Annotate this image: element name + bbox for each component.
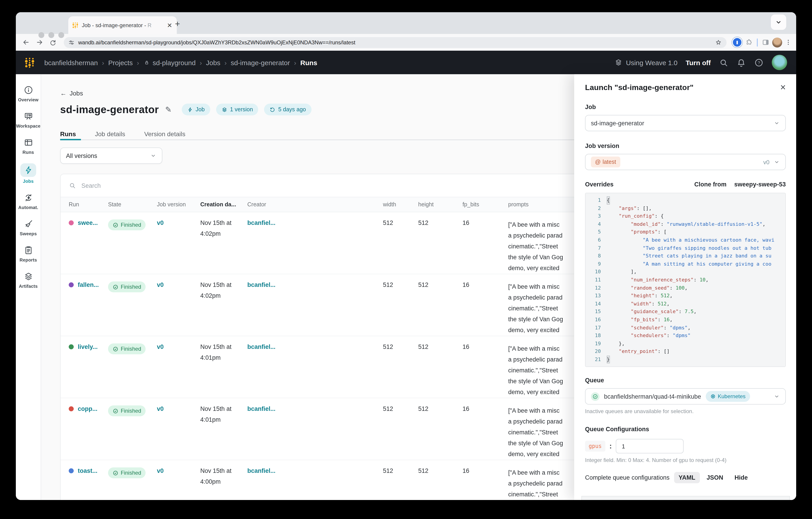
close-icon[interactable]: ×: [780, 82, 786, 92]
column-header-width[interactable]: width: [383, 197, 418, 212]
job-version-link[interactable]: v0: [157, 281, 164, 288]
job-version-cell: v0: [157, 336, 200, 398]
width-cell: 512: [383, 336, 418, 398]
breadcrumb-item-runs[interactable]: Runs: [300, 59, 317, 66]
run-link[interactable]: swee...: [69, 219, 108, 226]
launch-drawer: Launch "sd-image-generator" × Job sd-ima…: [574, 74, 796, 500]
column-header-height[interactable]: height: [418, 197, 463, 212]
close-tab-icon[interactable]: ✕: [166, 22, 173, 28]
fp-bits-cell: 16: [463, 274, 508, 336]
browser-profile-avatar[interactable]: [772, 37, 782, 47]
line-number: 19: [585, 339, 607, 348]
job-version-link[interactable]: v0: [157, 467, 164, 474]
chevron-down-icon: [774, 393, 780, 400]
column-header-run[interactable]: Run: [61, 197, 108, 212]
browser-window: Job - sd-image-generator - R ✕ + wandb.a…: [16, 12, 796, 500]
url-bar[interactable]: wandb.ai/bcanfieldsherman/sd-playground/…: [64, 37, 727, 48]
run-link[interactable]: fallen...: [69, 281, 108, 288]
job-badge-5-days-ago: 5 days ago: [264, 104, 311, 115]
column-header-state[interactable]: State: [108, 197, 157, 212]
column-header-jobversion[interactable]: Job version: [157, 197, 200, 212]
breadcrumb-item-sd-playground[interactable]: sd-playground: [143, 59, 196, 66]
sidebar-item-automat[interactable]: Automat.: [16, 188, 41, 215]
user-avatar[interactable]: [772, 55, 787, 70]
reports-icon: [23, 245, 34, 256]
column-header-creationda[interactable]: Creation da...: [200, 197, 247, 212]
creator-link[interactable]: bcanfiel...: [247, 405, 276, 412]
close-window-button[interactable]: [38, 32, 44, 38]
tab-version-details[interactable]: Version details: [144, 130, 185, 138]
line-number: 4: [585, 220, 607, 228]
fp-bits-cell: 16: [463, 212, 508, 274]
clone-from-run-link[interactable]: sweepy-sweep-53: [734, 181, 786, 188]
zoom-window-button[interactable]: [58, 32, 64, 38]
code-line: 7 "Two giraffes sipping noodles out a ho…: [585, 244, 785, 252]
run-link[interactable]: copp...: [69, 405, 108, 412]
window-controls[interactable]: [38, 32, 64, 38]
line-number: 15: [585, 308, 607, 316]
extensions-puzzle-icon[interactable]: [745, 38, 753, 46]
creator-link[interactable]: bcanfiel...: [247, 467, 276, 474]
status-badge: Finished: [108, 219, 146, 230]
creator-link[interactable]: bcanfiel...: [247, 219, 276, 226]
help-icon[interactable]: ?: [754, 58, 764, 67]
refresh-icon[interactable]: [48, 37, 58, 48]
search-icon[interactable]: [719, 58, 728, 67]
breadcrumb-item-sd-image-generator[interactable]: sd-image-generator: [231, 59, 290, 66]
sidebar-item-runs[interactable]: Runs: [16, 133, 41, 159]
column-header-creator[interactable]: Creator: [247, 197, 383, 212]
code-line: 3 "run_config": {: [585, 212, 785, 220]
run-link[interactable]: toast...: [69, 467, 108, 474]
notifications-bell-icon[interactable]: [736, 58, 746, 67]
sidebar-item-sweeps[interactable]: Sweeps: [16, 215, 41, 241]
turn-off-weave-button[interactable]: Turn off: [686, 59, 711, 66]
sidebar-item-artifacts[interactable]: Artifacts: [16, 267, 41, 293]
breadcrumb-separator: ›: [200, 59, 202, 66]
tab-runs[interactable]: Runs: [60, 130, 76, 138]
bookmark-star-icon[interactable]: [715, 39, 722, 46]
format-option-json[interactable]: JSON: [702, 472, 728, 483]
run-link[interactable]: lively...: [69, 344, 108, 350]
site-settings-icon[interactable]: [68, 39, 75, 46]
job-version-select[interactable]: @latest v0: [585, 154, 786, 170]
minimize-window-button[interactable]: [48, 32, 54, 38]
sidebar-item-overview[interactable]: Overview: [16, 81, 41, 107]
wandb-appbar: bcanfieldsherman›Projects›sd-playground›…: [16, 51, 796, 74]
sidebar-item-jobs[interactable]: Jobs: [16, 159, 41, 188]
job-select[interactable]: sd-image-generator: [585, 115, 786, 131]
browser-tab[interactable]: Job - sd-image-generator - R ✕: [68, 16, 177, 34]
breadcrumb-item-projects[interactable]: Projects: [108, 59, 133, 66]
creator-link[interactable]: bcanfiel...: [247, 344, 276, 350]
tab-job-details[interactable]: Job details: [95, 130, 125, 138]
job-version-link[interactable]: v0: [157, 219, 164, 226]
line-number: 16: [585, 316, 607, 324]
breadcrumb-separator: ›: [225, 59, 227, 66]
job-version-link[interactable]: v0: [157, 344, 164, 350]
password-manager-extension-icon[interactable]: [732, 37, 743, 48]
breadcrumb-item-bcanfieldsherman[interactable]: bcanfieldsherman: [44, 59, 98, 66]
line-number: 1: [585, 196, 607, 204]
tab-search-chevron-button[interactable]: [771, 15, 786, 30]
drawer-title: Launch "sd-image-generator": [585, 83, 694, 92]
format-option-yaml[interactable]: YAML: [674, 472, 700, 483]
edit-name-pencil-icon[interactable]: ✎: [165, 105, 172, 114]
forward-icon[interactable]: [34, 37, 45, 48]
version-filter-select[interactable]: All versions: [60, 147, 162, 164]
queue-select[interactable]: bcanfieldsherman/quad-t4-minikube Kubern…: [585, 388, 786, 405]
wandb-logo[interactable]: [24, 57, 35, 68]
gpus-input[interactable]: 1: [616, 439, 684, 454]
sidebar-item-reports[interactable]: Reports: [16, 241, 41, 267]
breadcrumb-item-jobs[interactable]: Jobs: [206, 59, 220, 66]
overrides-code-editor[interactable]: 1{2 "args": [],3 "run_config": {4 "model…: [585, 193, 786, 367]
alias-at-icon: @: [595, 159, 601, 165]
browser-menu-kebab-icon[interactable]: [785, 39, 792, 46]
back-icon[interactable]: [20, 37, 31, 48]
format-option-hide[interactable]: Hide: [730, 472, 752, 483]
job-version-link[interactable]: v0: [157, 405, 164, 412]
run-color-dot: [69, 220, 74, 225]
new-tab-button[interactable]: +: [175, 20, 180, 28]
creator-link[interactable]: bcanfiel...: [247, 281, 276, 288]
column-header-fp_bits[interactable]: fp_bits: [463, 197, 508, 212]
side-panel-icon[interactable]: [762, 38, 770, 46]
sidebar-item-workspace[interactable]: Workspace: [16, 107, 41, 133]
